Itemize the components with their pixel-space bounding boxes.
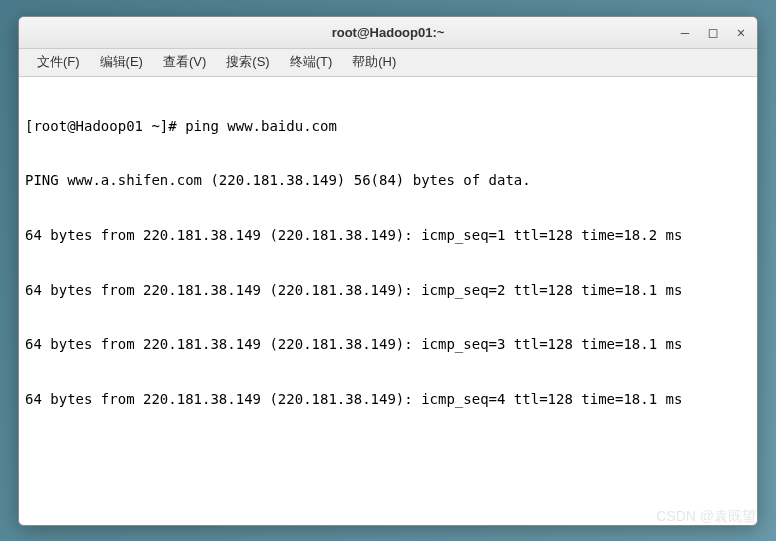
menubar: 文件(F) 编辑(E) 查看(V) 搜索(S) 终端(T) 帮助(H) xyxy=(19,49,757,77)
menu-view[interactable]: 查看(V) xyxy=(153,49,216,75)
close-button[interactable]: ✕ xyxy=(733,24,749,40)
terminal-window: root@Hadoop01:~ — □ ✕ 文件(F) 编辑(E) 查看(V) … xyxy=(18,16,758,526)
titlebar[interactable]: root@Hadoop01:~ — □ ✕ xyxy=(19,17,757,49)
menu-help[interactable]: 帮助(H) xyxy=(342,49,406,75)
terminal-line: [root@Hadoop01 ~]# ping www.baidu.com xyxy=(25,117,751,135)
terminal-line: 64 bytes from 220.181.38.149 (220.181.38… xyxy=(25,335,751,353)
menu-edit[interactable]: 编辑(E) xyxy=(90,49,153,75)
window-controls: — □ ✕ xyxy=(677,24,749,40)
terminal-line: 64 bytes from 220.181.38.149 (220.181.38… xyxy=(25,281,751,299)
minimize-button[interactable]: — xyxy=(677,24,693,40)
terminal-line: 64 bytes from 220.181.38.149 (220.181.38… xyxy=(25,390,751,408)
terminal-line: PING www.a.shifen.com (220.181.38.149) 5… xyxy=(25,171,751,189)
watermark: CSDN @袁既望 xyxy=(656,508,756,526)
terminal-line: 64 bytes from 220.181.38.149 (220.181.38… xyxy=(25,226,751,244)
menu-file[interactable]: 文件(F) xyxy=(27,49,90,75)
menu-terminal[interactable]: 终端(T) xyxy=(280,49,343,75)
menu-search[interactable]: 搜索(S) xyxy=(216,49,279,75)
window-title: root@Hadoop01:~ xyxy=(332,25,445,40)
terminal-output[interactable]: [root@Hadoop01 ~]# ping www.baidu.com PI… xyxy=(19,77,757,525)
maximize-button[interactable]: □ xyxy=(705,24,721,40)
